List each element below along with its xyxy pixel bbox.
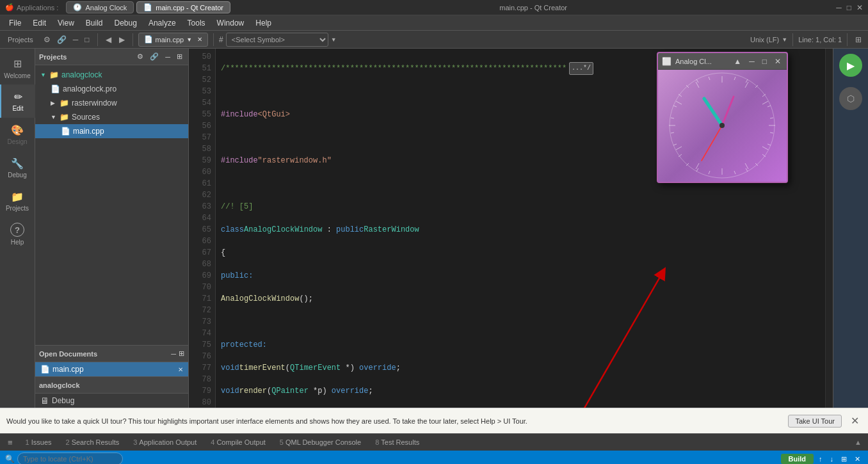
file-tree: ▼ 📁 analogclock 📄 analogclock.pro ▶ 📁 ra… bbox=[35, 65, 188, 345]
open-doc-main-left: 📄 main.cpp bbox=[40, 365, 84, 374]
kit-title: analogclock bbox=[39, 381, 184, 389]
clock-max-btn[interactable]: □ bbox=[760, 57, 769, 66]
kit-debug-item[interactable]: 🖥 Debug bbox=[35, 394, 188, 408]
build-indicator[interactable]: Build bbox=[781, 454, 814, 464]
open-docs-min[interactable]: ─ bbox=[171, 350, 176, 358]
notification-close-btn[interactable]: ✕ bbox=[848, 415, 862, 427]
sources-icon: 📁 bbox=[60, 113, 69, 122]
split-btn[interactable]: ⊞ bbox=[853, 34, 864, 45]
tree-item-root[interactable]: ▼ 📁 analogclock bbox=[35, 68, 188, 82]
projects-panel-header: Projects ⚙ 🔗 ─ ⊞ bbox=[35, 49, 188, 65]
sidebar-item-help[interactable]: ? Help bbox=[0, 218, 35, 251]
clock-min-btn[interactable]: ─ bbox=[747, 57, 757, 66]
active-file-tab[interactable]: 📄 main.cpp ▼ ✕ bbox=[138, 33, 209, 47]
menu-debug[interactable]: Debug bbox=[109, 17, 142, 29]
ln-79: 79 bbox=[189, 385, 215, 397]
take-tour-btn[interactable]: Take UI Tour bbox=[788, 415, 842, 428]
projects-header-link[interactable]: 🔗 bbox=[148, 52, 161, 61]
raster-arrow: ▶ bbox=[51, 100, 57, 106]
tree-item-raster[interactable]: ▶ 📁 rasterwindow bbox=[35, 96, 188, 110]
bottom-tab-issues[interactable]: 1 Issues bbox=[19, 435, 58, 450]
sidebar-item-welcome[interactable]: ⊞ Welcome bbox=[0, 51, 35, 84]
open-docs-section: Open Documents ─ ⊞ 📄 main.cpp ✕ bbox=[35, 345, 188, 376]
bottom-tab-qml-debug[interactable]: 5 QML Debugger Console bbox=[273, 435, 367, 450]
os-tab-analogclock[interactable]: 🕐 Analog Clock bbox=[66, 1, 134, 13]
code-line-60: AnalogClockWindow(); bbox=[221, 293, 820, 305]
symbol-selector[interactable]: <Select Symbol> bbox=[226, 33, 328, 47]
ln-73: 73 bbox=[189, 316, 215, 328]
bottom-tab-search-results[interactable]: 2 Search Results bbox=[60, 435, 126, 450]
status-split-icon[interactable]: ⊞ bbox=[839, 455, 849, 463]
projects-header-split[interactable]: ⊞ bbox=[175, 52, 184, 61]
window-close-btn[interactable]: ✕ bbox=[856, 3, 863, 12]
window-minimize-btn[interactable]: ─ bbox=[836, 3, 842, 12]
projects-filter-btn[interactable]: ⚙ bbox=[41, 34, 53, 45]
clock-up-btn[interactable]: ▲ bbox=[732, 57, 743, 66]
right-stop-btn[interactable]: ⬡ bbox=[839, 87, 862, 110]
tree-item-sources[interactable]: ▼ 📁 Sources bbox=[35, 110, 188, 124]
nav-fwd-btn[interactable]: ▶ bbox=[117, 34, 127, 45]
projects-header-gear[interactable]: ⚙ bbox=[135, 52, 145, 61]
sidebar-item-debug[interactable]: 🔧 Debug bbox=[0, 151, 35, 184]
bottom-tab-compile[interactable]: 4 Compile Output bbox=[204, 435, 272, 450]
open-doc-icon: 📄 bbox=[40, 365, 50, 374]
kit-debug-icon: 🖥 bbox=[40, 396, 49, 406]
tree-item-pro[interactable]: 📄 analogclock.pro bbox=[35, 82, 188, 96]
tree-item-main[interactable]: 📄 main.cpp bbox=[35, 124, 188, 138]
ln-69: 69 bbox=[189, 270, 215, 282]
menu-view[interactable]: View bbox=[52, 17, 79, 29]
open-docs-split[interactable]: ⊞ bbox=[179, 349, 184, 358]
main-label: main.cpp bbox=[73, 127, 104, 136]
locate-input[interactable] bbox=[17, 452, 123, 464]
bottom-tab-app-output[interactable]: 3 Application Output bbox=[127, 435, 203, 450]
projects-min-btn[interactable]: ─ bbox=[70, 34, 81, 45]
status-up-icon[interactable]: ↑ bbox=[816, 455, 825, 463]
ln-51: 51 bbox=[189, 63, 215, 74]
projects-link-btn[interactable]: 🔗 bbox=[54, 34, 69, 45]
tab-close-icon[interactable]: ✕ bbox=[197, 36, 202, 43]
status-down-icon[interactable]: ↓ bbox=[828, 455, 837, 463]
toolbar-sep3 bbox=[213, 33, 214, 46]
sidebar-item-design[interactable]: 🎨 Design bbox=[0, 118, 35, 151]
menu-tools[interactable]: Tools bbox=[182, 17, 211, 29]
line-ending-dropdown[interactable]: ▼ bbox=[782, 36, 787, 43]
svg-line-25 bbox=[709, 77, 710, 80]
open-doc-main[interactable]: 📄 main.cpp ✕ bbox=[35, 362, 188, 376]
os-apple-icon: 🍎 bbox=[5, 3, 14, 12]
ln-60: 60 bbox=[189, 166, 215, 178]
projects-header-min[interactable]: ─ bbox=[163, 52, 172, 61]
menu-window[interactable]: Window bbox=[212, 17, 250, 29]
nav-back-btn[interactable]: ◀ bbox=[103, 34, 114, 45]
open-doc-close[interactable]: ✕ bbox=[178, 366, 183, 373]
menu-analyze[interactable]: Analyze bbox=[143, 17, 181, 29]
ln-78: 78 bbox=[189, 374, 215, 385]
active-file-label: main.cpp bbox=[156, 36, 184, 44]
os-tab-qtcreator[interactable]: 📄 main.cpp - Qt Creator bbox=[136, 1, 230, 13]
debug-icon: 🔧 bbox=[11, 157, 24, 170]
issues-num: 1 bbox=[26, 438, 29, 446]
bottom-tab-menu[interactable]: ≡ bbox=[3, 435, 18, 450]
ln-56: 56 bbox=[189, 120, 215, 132]
svg-line-36 bbox=[709, 171, 710, 174]
ln-59: 59 bbox=[189, 155, 215, 166]
status-close-icon[interactable]: ✕ bbox=[852, 455, 863, 463]
projects-max-btn[interactable]: □ bbox=[82, 34, 92, 45]
right-run-btn[interactable]: ▶ bbox=[839, 54, 862, 77]
menu-file[interactable]: File bbox=[4, 17, 26, 29]
sidebar-item-edit[interactable]: ✏ Edit bbox=[0, 84, 35, 118]
editor-scrollbar[interactable] bbox=[825, 49, 833, 408]
sidebar-item-projects[interactable]: 📁 Projects bbox=[0, 184, 35, 218]
menu-help[interactable]: Help bbox=[250, 17, 277, 29]
clock-close-btn[interactable]: ✕ bbox=[773, 57, 783, 66]
code-line-59: public: bbox=[221, 270, 820, 282]
menu-edit[interactable]: Edit bbox=[28, 17, 51, 29]
bottom-tab-test-results[interactable]: 8 Test Results bbox=[369, 435, 426, 450]
menu-build[interactable]: Build bbox=[81, 17, 108, 29]
ln-57: 57 bbox=[189, 132, 215, 143]
ln-62: 62 bbox=[189, 189, 215, 201]
qml-debug-label: QML Debugger Console bbox=[285, 438, 361, 446]
window-maximize-btn[interactable]: □ bbox=[847, 3, 851, 12]
svg-line-31 bbox=[671, 132, 674, 133]
bottom-tabs: ≡ 1 Issues 2 Search Results 3 Applicatio… bbox=[0, 433, 868, 451]
bottom-tabs-dropdown[interactable]: ▲ bbox=[851, 438, 865, 446]
